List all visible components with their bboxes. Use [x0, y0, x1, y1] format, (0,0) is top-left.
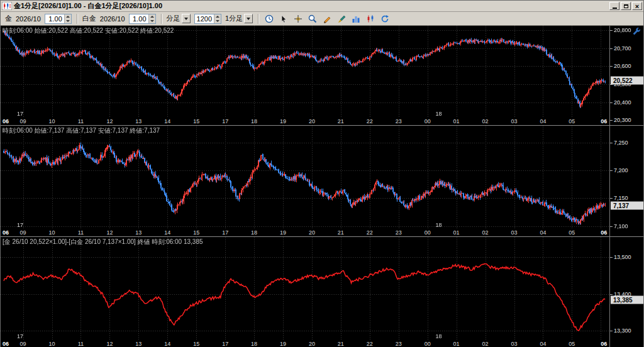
spin-up-icon[interactable]	[65, 14, 71, 19]
x-axis-label: 00	[425, 229, 431, 236]
x-axis-label: 11	[78, 118, 84, 124]
x-axis-label: 13	[135, 341, 142, 347]
platinum-chart-plot[interactable]: 時刻:06:00 始値:7,137 高値:7,137 安値:7,137 終値:7…	[1, 126, 609, 236]
x-axis-label: 18	[251, 341, 257, 347]
y-axis-label: 7,200	[614, 167, 628, 174]
x-axis-label: 17	[222, 118, 228, 124]
x-axis-label: 20	[309, 118, 315, 124]
select-cursor-icon[interactable]	[277, 13, 290, 25]
date-label: 17	[17, 222, 23, 228]
x-axis-label: 20	[309, 341, 315, 347]
zoom-icon[interactable]	[306, 13, 319, 25]
x-axis-label: 20	[309, 229, 315, 236]
bar-type-label: 分足	[167, 14, 180, 23]
x-axis-label: 22	[367, 229, 373, 236]
spread-line-canvas[interactable]	[1, 237, 609, 340]
x-axis-label: 23	[396, 341, 402, 347]
x-axis-label: 02	[482, 341, 489, 347]
x-axis-label: 19	[280, 229, 286, 236]
x-axis-label: 13	[135, 118, 142, 124]
candle-chart-icon[interactable]	[364, 13, 377, 25]
x-axis-label: 06	[601, 229, 607, 236]
settings-icon[interactable]	[631, 27, 641, 37]
gold-ohlc-readout: 時刻:06:00 始値:20,522 高値:20,522 安値:20,522 終…	[3, 26, 174, 35]
minimize-button[interactable]	[609, 2, 619, 10]
x-axis-label: 15	[193, 229, 199, 236]
x-axis-label: 23	[396, 229, 402, 236]
x-axis-label: 14	[164, 229, 170, 236]
x-axis-label: 22	[367, 341, 373, 347]
x-axis-label: 09	[20, 341, 26, 347]
close-button[interactable]: ×	[632, 2, 642, 10]
bar-type-dropdown-button[interactable]	[182, 14, 191, 23]
x-axis-label: 13	[135, 229, 142, 236]
spin-down-icon[interactable]	[214, 19, 221, 23]
x-axis-label: 09	[20, 229, 26, 236]
platinum-multiplier-value: 1.00	[130, 14, 148, 23]
toolbar: 金 2026/10 1.00 白金 2026/10 1.00 分足 1200	[1, 12, 643, 26]
maximize-button[interactable]	[621, 2, 631, 10]
date-label: 17	[17, 333, 23, 339]
x-axis-label: 19	[280, 341, 286, 347]
refresh-icon[interactable]	[378, 13, 391, 25]
gold-price-axis: 20,30020,40020,50020,60020,70020,80020,5…	[609, 26, 643, 125]
gold-multiplier-spinner[interactable]	[64, 14, 71, 23]
x-axis-label: 05	[569, 229, 575, 236]
spread-chart-plot[interactable]: [金 26/10 20,522×1.00]-[白金 26/10 7,137×1.…	[1, 237, 609, 347]
x-axis-label: 03	[511, 341, 517, 347]
x-axis-label: 17	[222, 341, 228, 347]
platinum-candlestick-canvas[interactable]	[1, 126, 609, 229]
x-axis-label: 21	[338, 118, 344, 124]
platinum-ohlc-readout: 時刻:06:00 始値:7,137 高値:7,137 安値:7,137 終値:7…	[3, 126, 160, 135]
y-axis-label: 13,300	[614, 328, 631, 334]
y-axis-label: 20,800	[614, 27, 631, 33]
gold-time-axis: 0609101112131415171819202122230001020304…	[1, 118, 609, 125]
bar-count-input[interactable]: 1200	[194, 14, 221, 24]
gold-multiplier-input[interactable]: 1.00	[45, 14, 72, 24]
spread-chart-panel: [金 26/10 20,522×1.00]-[白金 26/10 7,137×1.…	[1, 236, 643, 347]
x-axis-label: 15	[193, 341, 199, 347]
window-title: 金1分足[2026/10]1.00 - 白金1分足[2026/10]1.00	[14, 1, 608, 11]
interval-select[interactable]: 1分足	[225, 14, 253, 23]
x-axis-label: 12	[106, 118, 113, 124]
last-price-badge: 7,137	[611, 201, 643, 209]
date-label: 18	[435, 333, 441, 339]
y-axis-label: 7,150	[614, 195, 628, 201]
brush-icon[interactable]	[335, 13, 348, 25]
x-axis-label: 09	[20, 118, 26, 124]
interval-dropdown-button[interactable]	[244, 14, 253, 23]
gold-candlestick-canvas[interactable]	[1, 26, 609, 118]
platinum-multiplier-spinner[interactable]	[148, 14, 155, 23]
platinum-price-axis: 7,1007,1507,2007,2507,137	[609, 126, 643, 236]
x-axis-label: 14	[164, 341, 170, 347]
x-axis-label: 01	[453, 341, 460, 347]
spin-down-icon[interactable]	[65, 19, 71, 23]
platinum-multiplier-input[interactable]: 1.00	[129, 14, 156, 24]
y-axis-label: 13,500	[614, 254, 631, 260]
chevron-down-icon	[247, 18, 250, 20]
bar-chart-icon[interactable]	[349, 13, 362, 25]
title-bar[interactable]: 金1分足[2026/10]1.00 - 白金1分足[2026/10]1.00 ×	[1, 1, 643, 12]
platinum-chart-panel: 時刻:06:00 始値:7,137 高値:7,137 安値:7,137 終値:7…	[1, 125, 643, 236]
date-label: 18	[435, 111, 441, 117]
x-axis-label: 10	[49, 118, 55, 124]
pencil-icon[interactable]	[320, 13, 333, 25]
bar-count-spinner[interactable]	[214, 14, 221, 23]
platinum-contract-month[interactable]: 2026/10	[100, 15, 125, 23]
interval-label: 1分足	[225, 14, 243, 23]
spin-up-icon[interactable]	[214, 14, 221, 19]
spin-down-icon[interactable]	[149, 19, 155, 23]
toolbar-separator	[258, 14, 258, 24]
gold-contract-month[interactable]: 2026/10	[16, 15, 41, 23]
clock-icon[interactable]	[262, 13, 275, 25]
x-axis-label: 02	[482, 118, 489, 124]
x-axis-label: 01	[453, 118, 460, 124]
spin-up-icon[interactable]	[149, 14, 155, 19]
bar-type-select[interactable]: 分足	[167, 14, 191, 23]
gold-chart-plot[interactable]: 時刻:06:00 始値:20,522 高値:20,522 安値:20,522 終…	[1, 26, 609, 125]
x-axis-label: 01	[453, 229, 460, 236]
gold-label: 金	[5, 14, 12, 23]
x-axis-label: 06	[601, 341, 607, 347]
crosshair-icon[interactable]	[291, 13, 304, 25]
x-axis-label: 04	[540, 118, 546, 124]
